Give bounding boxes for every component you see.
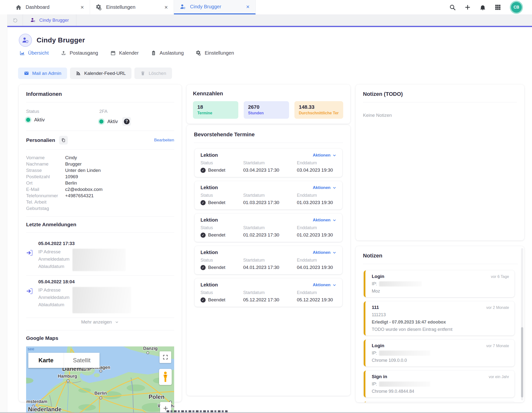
- end-label: Enddatum: [297, 225, 333, 230]
- google-map[interactable]: see Dänemark Kopenhagen Danzig Hamburg B…: [26, 346, 174, 413]
- end-value: 05.12.2022 19:30: [297, 297, 333, 303]
- rss-icon: [76, 71, 81, 76]
- map-type-control: Karte Satellit: [28, 353, 100, 368]
- tab-auslastung[interactable]: Auslastung: [151, 50, 184, 56]
- copy-button[interactable]: [59, 136, 68, 145]
- map-label-sea: see: [28, 347, 34, 351]
- search-icon[interactable]: [449, 4, 456, 11]
- menu-label: Aktionen: [313, 218, 331, 223]
- letzte-anmeldungen-title: Letzte Anmeldungen: [26, 222, 174, 227]
- subtab-cindy-brugger[interactable]: Cindy Brugger: [23, 14, 76, 26]
- kpi-label: Durchschnittliche Termind...: [299, 111, 339, 115]
- note-item: Loginvor 7 Monate IP: Chrome 109.0.0.0: [364, 340, 514, 366]
- field-row: Postleitzahl10969: [26, 174, 174, 180]
- session-subbar: Cindy Brugger: [7, 14, 532, 26]
- notizen-todo-card: Notizen (TODO) Keine Notizen: [356, 85, 524, 240]
- status-value: Aktiv: [34, 117, 45, 123]
- divider: [26, 149, 174, 150]
- check-circle-icon: ✓: [201, 168, 206, 173]
- loeschen-button[interactable]: Löschen: [134, 68, 172, 79]
- end-label: Enddatum: [297, 193, 333, 198]
- bearbeiten-link[interactable]: Bearbeiten: [154, 138, 174, 143]
- start-value: 04.01.2023 17:30: [243, 265, 297, 270]
- field-row: NachnameBrugger: [26, 161, 174, 167]
- note-time: vor 2 Monate: [486, 305, 509, 310]
- map-satellit-button[interactable]: Satellit: [64, 353, 100, 368]
- redacted-ip: [379, 351, 430, 356]
- scrollbar-thumb[interactable]: [521, 327, 523, 397]
- end-value: 01.03.2023 19:30: [297, 200, 333, 205]
- tab-postausgang[interactable]: Postausgang: [61, 50, 98, 56]
- envelope-icon: [24, 71, 29, 76]
- start-label: Startdatum: [243, 193, 297, 198]
- map-karte-button[interactable]: Karte: [28, 353, 64, 368]
- field-row: E-Mailc2@edoobox.com: [26, 186, 174, 193]
- chart-icon: [19, 50, 25, 56]
- tab-dashboard[interactable]: Dashboard ×: [10, 0, 90, 14]
- user-avatar[interactable]: CB: [511, 2, 522, 13]
- chevron-down-icon: [332, 218, 336, 222]
- kpi-label: Stunden: [248, 111, 285, 115]
- notifications-icon[interactable]: [479, 4, 486, 11]
- aktionen-menu-button[interactable]: Aktionen: [313, 250, 336, 255]
- aktionen-menu-button[interactable]: Aktionen: [313, 283, 336, 287]
- person-shield-icon: [30, 17, 36, 23]
- copy-icon: [61, 138, 66, 143]
- field-row: Telefonnummer+4987654321: [26, 193, 174, 199]
- termin-item: Lektion Aktionen Status✓Beendet Startdat…: [195, 181, 342, 209]
- kpi-tile-stunden: 2670 Stunden: [244, 101, 289, 119]
- tfa-help-button[interactable]: ?: [122, 117, 131, 126]
- close-icon[interactable]: ×: [240, 3, 250, 10]
- profile-avatar: [19, 34, 32, 47]
- map-fullscreen-button[interactable]: [160, 351, 171, 363]
- close-icon[interactable]: ×: [74, 4, 84, 11]
- aktionen-menu-button[interactable]: Aktionen: [313, 185, 336, 190]
- history-button[interactable]: [7, 14, 23, 26]
- mehr-anzeigen-link[interactable]: Mehr anzeigen: [26, 318, 174, 325]
- map-pegman-control[interactable]: [159, 369, 172, 385]
- note-time: vor 6 Tage: [491, 275, 509, 279]
- redacted-login-values: [72, 249, 126, 271]
- note-title: 111: [372, 305, 379, 310]
- kpi-value: 2670: [248, 104, 285, 110]
- tfa-value: Aktiv: [107, 119, 118, 124]
- map-label-polen: Polen: [149, 393, 164, 400]
- note-title: Login: [372, 343, 384, 348]
- termin-title: Lektion: [201, 282, 218, 288]
- tab-einstellungen-profile[interactable]: Einstellungen: [196, 50, 234, 56]
- chevron-down-icon: [332, 186, 336, 190]
- end-value: 04.01.2023 19:30: [297, 265, 333, 270]
- tab-kalender[interactable]: Kalender: [110, 50, 139, 56]
- field-row: StrasseUnter den Linden: [26, 167, 174, 174]
- login-icon: [26, 249, 33, 256]
- link-label: Mehr anzeigen: [81, 319, 112, 325]
- aktionen-menu-button[interactable]: Aktionen: [313, 218, 336, 223]
- kalender-feed-url-button[interactable]: Kalender-Feed-URL: [70, 68, 131, 79]
- map-label-niederlande: Niederlande: [28, 406, 61, 413]
- tab-label: Cindy Brugger: [190, 4, 221, 10]
- start-value: 01.02.2023 17:30: [243, 232, 297, 238]
- field-row: Geburtstag: [26, 205, 174, 212]
- close-icon[interactable]: ×: [158, 4, 168, 11]
- add-icon[interactable]: [464, 4, 471, 11]
- status-value: Beendet: [208, 232, 225, 238]
- mail-an-admin-button[interactable]: Mail an Admin: [18, 68, 67, 79]
- end-value: 03.04.2023 19:30: [297, 167, 333, 173]
- login-entry: 05.04.2022 17:33 IP Adresse Anmeldedatum…: [26, 237, 174, 275]
- tab-cindy-brugger[interactable]: Cindy Brugger ×: [174, 0, 256, 14]
- end-label: Enddatum: [297, 160, 333, 166]
- tab-uebersicht[interactable]: Übersicht: [19, 50, 49, 56]
- status-label: Status: [201, 225, 243, 230]
- ip-label: IP:: [372, 382, 377, 387]
- login-row-label: IP Adresse: [38, 286, 70, 294]
- check-circle-icon: ✓: [201, 297, 206, 303]
- kpi-label: Termine: [197, 111, 234, 115]
- start-value: 03.04.2023 17:30: [243, 167, 297, 173]
- apps-grid-icon[interactable]: [494, 4, 501, 11]
- notes-scrollbar[interactable]: [521, 248, 523, 400]
- status-value: Beendet: [208, 200, 225, 205]
- calendar-icon: [110, 50, 116, 56]
- aktionen-menu-button[interactable]: Aktionen: [313, 153, 336, 158]
- divider: [363, 102, 517, 102]
- tab-einstellungen[interactable]: Einstellungen ×: [90, 0, 174, 14]
